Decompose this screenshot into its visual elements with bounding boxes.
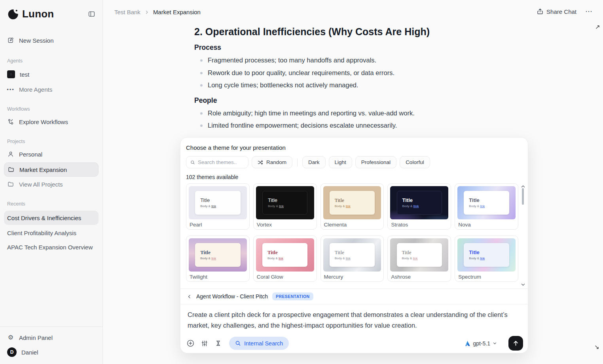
sample-title: Title bbox=[335, 198, 375, 203]
chevron-down-icon bbox=[493, 341, 497, 345]
theme-thumbnail: Title Body & link bbox=[256, 238, 314, 272]
scrollbar-thumb[interactable] bbox=[522, 188, 524, 205]
theme-card-vortex[interactable]: Title Body & link Vortex bbox=[253, 183, 317, 230]
bullet-item: Role ambiguity; high time in meetings an… bbox=[194, 107, 495, 120]
explore-workflows-label: Explore Workflows bbox=[19, 119, 68, 125]
sample-title: Title bbox=[469, 198, 509, 203]
sidebar-item-explore-workflows[interactable]: Explore Workflows bbox=[4, 116, 99, 128]
theme-name: Spectrum bbox=[457, 274, 516, 280]
new-session-button[interactable]: New Session bbox=[4, 34, 99, 46]
filter-label: Colorful bbox=[406, 159, 424, 165]
sidebar-item-agent-test[interactable]: ∴ test bbox=[4, 68, 99, 80]
filter-label: Dark bbox=[308, 159, 320, 165]
scrollbar-down-icon[interactable] bbox=[521, 281, 525, 288]
themes-scrollbar[interactable] bbox=[521, 183, 525, 288]
theme-thumbnail: Title Body & link bbox=[457, 238, 516, 272]
breadcrumb-parent[interactable]: Test Bank bbox=[114, 9, 140, 15]
sample-body: Body & bbox=[335, 256, 346, 260]
sidebar-item-view-all-projects[interactable]: View All Projects bbox=[4, 178, 99, 190]
breadcrumb-current: Market Expansion bbox=[153, 9, 201, 15]
recent-item-label: APAC Tech Expansion Overview bbox=[7, 244, 93, 251]
sample-body: Body & bbox=[469, 204, 480, 208]
arrow-up-icon bbox=[512, 340, 519, 347]
scroll-down-hint-icon[interactable] bbox=[595, 344, 599, 351]
sidebar-item-market-expansion[interactable]: Market Expansion bbox=[4, 162, 99, 177]
user-menu[interactable]: D Daniel bbox=[4, 346, 99, 358]
settings-sliders-icon[interactable] bbox=[201, 340, 208, 347]
recent-item-label: Cost Drivers & Inefficiencies bbox=[7, 215, 81, 221]
theme-controls: Random Dark Light Professional Colorful bbox=[186, 156, 522, 168]
doc-subheading: People bbox=[194, 96, 495, 105]
theme-search-box[interactable] bbox=[186, 156, 248, 168]
main-area: Test Bank Market Expansion Share Chat ⋯ … bbox=[103, 0, 603, 364]
send-button[interactable] bbox=[508, 336, 523, 351]
theme-card-stratos[interactable]: Title Body & link Stratos bbox=[387, 183, 451, 230]
theme-card-pearl[interactable]: Title Body & link Pearl bbox=[186, 183, 250, 230]
sidebar-collapse-icon[interactable] bbox=[87, 9, 96, 19]
recent-item[interactable]: Cost Drivers & Inefficiencies bbox=[4, 211, 99, 225]
compose-icon bbox=[7, 37, 14, 43]
theme-name: Vortex bbox=[256, 222, 314, 228]
logo-row: Lunon bbox=[0, 0, 102, 20]
theme-thumbnail: Title Body & link bbox=[390, 186, 448, 219]
sample-title: Title bbox=[268, 198, 307, 203]
filter-colorful-button[interactable]: Colorful bbox=[400, 156, 430, 168]
person-icon bbox=[7, 151, 14, 157]
divider bbox=[297, 158, 298, 166]
admin-panel-button[interactable]: ⚙ Admin Panel bbox=[4, 332, 99, 343]
random-theme-button[interactable]: Random bbox=[252, 156, 292, 168]
sample-body: Body & bbox=[402, 204, 413, 208]
theme-name: Twilight bbox=[189, 274, 247, 280]
scroll-up-hint-icon[interactable] bbox=[595, 24, 600, 31]
sidebar-item-personal[interactable]: Personal bbox=[4, 148, 99, 160]
filter-professional-button[interactable]: Professional bbox=[355, 156, 396, 168]
filter-label: Professional bbox=[361, 159, 391, 165]
model-selector[interactable]: gpt-5.1 bbox=[464, 340, 497, 347]
sample-link: link bbox=[279, 256, 283, 260]
theme-search-input[interactable] bbox=[198, 159, 244, 165]
agent-avatar: ∴ bbox=[7, 70, 15, 78]
theme-card-twilight[interactable]: Title Body & link Twilight bbox=[186, 236, 250, 282]
internal-search-button[interactable]: Internal Search bbox=[229, 337, 289, 350]
workflow-label: Agent Workflow - Client Pitch bbox=[196, 293, 268, 300]
more-agents-label: More Agents bbox=[19, 86, 52, 93]
folder-icon bbox=[8, 166, 15, 173]
theme-card-nova[interactable]: Title Body & link Nova bbox=[455, 183, 518, 230]
theme-thumbnail: Title Body & link bbox=[390, 238, 448, 272]
theme-name: Ashrose bbox=[390, 274, 448, 280]
hourglass-icon[interactable] bbox=[215, 340, 222, 347]
market-expansion-label: Market Expansion bbox=[19, 166, 67, 173]
theme-card-spectrum[interactable]: Title Body & link Spectrum bbox=[455, 236, 518, 282]
theme-card-clementa[interactable]: Title Body & link Clementa bbox=[320, 183, 384, 230]
filter-light-button[interactable]: Light bbox=[329, 156, 352, 168]
back-chevron-icon[interactable] bbox=[187, 294, 192, 299]
bullet-item: Long cycle times; bottlenecks not active… bbox=[194, 79, 495, 92]
recent-item[interactable]: APAC Tech Expansion Overview bbox=[4, 241, 99, 253]
sample-title: Title bbox=[402, 198, 442, 203]
sample-title: Title bbox=[335, 250, 375, 255]
sidebar-item-more-agents[interactable]: ••• More Agents bbox=[4, 83, 99, 95]
recent-item[interactable]: Client Profitability Analysis bbox=[4, 226, 99, 239]
add-attachment-icon[interactable] bbox=[187, 339, 194, 347]
theme-card-ashrose[interactable]: Title Body & link Ashrose bbox=[387, 236, 451, 282]
prompt-textarea[interactable]: Create a client pitch deck for a prospec… bbox=[180, 304, 515, 331]
shuffle-icon bbox=[258, 160, 263, 165]
sample-link: link bbox=[346, 256, 351, 260]
theme-thumbnail: Title Body & link bbox=[189, 186, 247, 219]
projects-section-label: Projects bbox=[0, 139, 102, 145]
sample-title: Title bbox=[200, 198, 241, 203]
model-label: gpt-5.1 bbox=[473, 340, 490, 347]
search-icon bbox=[190, 160, 195, 165]
sample-link: link bbox=[279, 204, 284, 208]
sample-body: Body & bbox=[469, 256, 480, 260]
theme-card-coral-glow[interactable]: Title Body & link Coral Glow bbox=[253, 236, 317, 282]
theme-name: Pearl bbox=[189, 222, 247, 228]
share-chat-button[interactable]: Share Chat bbox=[537, 8, 576, 15]
more-options-icon[interactable]: ⋯ bbox=[584, 7, 594, 16]
theme-card-mercury[interactable]: Title Body & link Mercury bbox=[320, 236, 384, 282]
sample-link: link bbox=[211, 256, 216, 260]
sample-body: Body & bbox=[402, 256, 413, 260]
ellipsis-icon: ••• bbox=[7, 87, 14, 92]
filter-dark-button[interactable]: Dark bbox=[302, 156, 326, 168]
workflow-icon bbox=[7, 119, 14, 125]
